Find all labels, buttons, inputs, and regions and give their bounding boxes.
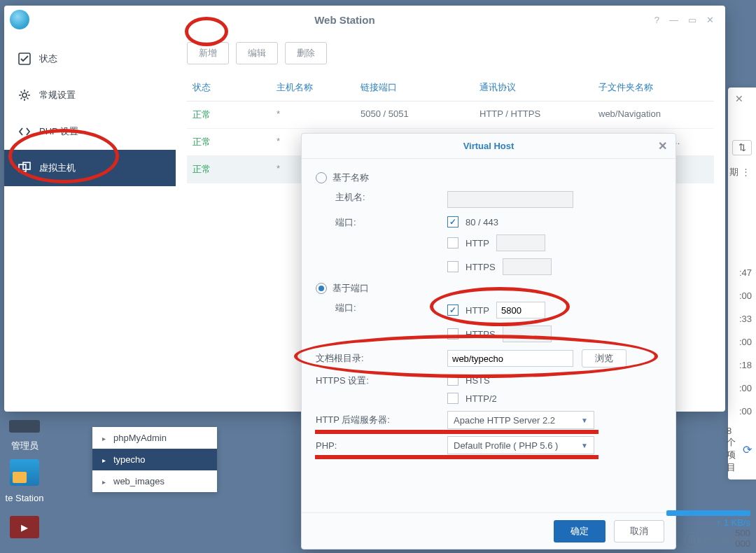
checkbox-default-ports[interactable]: [447, 216, 458, 227]
label: 基于端口: [332, 282, 369, 295]
sidebar: 状态 常规设置 PHP 设置 虚拟主机: [4, 34, 176, 412]
delete-button[interactable]: 删除: [285, 42, 327, 64]
sidebar-item-label: 状态: [39, 52, 57, 65]
php-label: PHP:: [316, 440, 447, 451]
http-port-input[interactable]: [496, 302, 545, 318]
desktop-icons: 管理员 te Station ▶: [0, 420, 49, 545]
titlebar: Web Station ? — ▭ ✕: [4, 6, 725, 34]
port-label: 端口:: [335, 216, 447, 229]
toolbar: 新增 编辑 删除: [187, 42, 714, 64]
sidebar-item-general[interactable]: 常规设置: [4, 77, 176, 113]
docroot-input[interactable]: [447, 350, 573, 367]
folder-list: ▸phpMyAdmin ▸typecho ▸web_images: [92, 427, 217, 492]
code-icon: [18, 125, 31, 138]
refresh-icon[interactable]: ⟳: [743, 443, 752, 456]
folder-item[interactable]: ▸phpMyAdmin: [92, 427, 217, 449]
window-title: Web Station: [35, 14, 654, 26]
ok-button[interactable]: 确定: [554, 520, 606, 542]
cancel-button[interactable]: 取消: [614, 520, 664, 542]
sidebar-item-label: 常规设置: [39, 89, 76, 102]
maximize-icon[interactable]: ▭: [688, 15, 696, 25]
col-host[interactable]: 主机名称: [276, 81, 360, 94]
column-label: 期 ⋮: [729, 166, 750, 178]
svg-rect-2: [19, 164, 26, 172]
checkbox-https[interactable]: [447, 261, 458, 272]
https-port-input[interactable]: [503, 258, 552, 275]
svg-point-1: [22, 93, 27, 97]
col-folder[interactable]: 子文件夹名称: [598, 81, 708, 94]
php-select[interactable]: Default Profile ( PHP 5.6 )▼: [447, 436, 594, 454]
sidebar-item-vhost[interactable]: 虚拟主机: [4, 150, 176, 186]
https-port-input[interactable]: [503, 326, 552, 342]
dialog-title: Virtual Host ✕: [302, 134, 676, 159]
radio-name-based[interactable]: [316, 172, 327, 183]
virtual-host-dialog: Virtual Host ✕ 基于名称 主机名: 端口: 80 / 443 HT…: [301, 133, 676, 550]
status-icon: [18, 52, 31, 65]
annotation-underline: [315, 455, 598, 459]
checkbox-hsts[interactable]: [447, 374, 458, 386]
checkbox-http[interactable]: [447, 237, 458, 248]
col-port[interactable]: 链接端口: [360, 81, 479, 94]
note-station-icon[interactable]: te Station: [0, 459, 49, 503]
radio-port-based[interactable]: [316, 283, 327, 294]
add-button[interactable]: 新增: [187, 42, 229, 64]
label: 基于名称: [332, 172, 369, 184]
http-port-input[interactable]: [496, 234, 545, 251]
docroot-label: 文档根目录:: [316, 352, 447, 365]
chevron-down-icon: ▼: [581, 416, 588, 424]
browse-button[interactable]: 浏览: [582, 349, 626, 368]
dialog-footer: 确定 取消: [302, 512, 676, 549]
chevron-down-icon: ▼: [581, 442, 588, 449]
sidebar-item-status[interactable]: 状态: [4, 41, 176, 77]
help-icon[interactable]: ?: [654, 15, 659, 25]
items-count: 8 个项目: [727, 426, 736, 474]
video-icon[interactable]: ▶: [0, 516, 49, 538]
hostname-label: 主机名:: [335, 191, 447, 204]
https-settings-label: HTTPS 设置:: [316, 374, 447, 387]
port-label: 端口:: [335, 302, 447, 314]
checkbox-http-port[interactable]: [447, 304, 458, 316]
svg-rect-3: [23, 162, 30, 169]
edit-button[interactable]: 编辑: [236, 42, 278, 64]
minimize-icon[interactable]: —: [669, 15, 678, 25]
backend-label: HTTP 后端服务器:: [316, 414, 447, 426]
toolbar-button[interactable]: ⇅: [732, 140, 752, 155]
sidebar-item-php[interactable]: PHP 设置: [4, 113, 176, 150]
sidebar-item-label: PHP 设置: [39, 125, 78, 138]
col-status[interactable]: 状态: [192, 81, 276, 94]
vhost-icon: [18, 162, 31, 174]
checkbox-http2[interactable]: [447, 393, 458, 404]
backend-select[interactable]: Apache HTTP Server 2.2▼: [447, 411, 594, 429]
close-icon[interactable]: ✕: [706, 15, 714, 25]
sidebar-item-label: 虚拟主机: [39, 162, 76, 174]
hostname-input[interactable]: [447, 191, 573, 208]
close-icon[interactable]: ✕: [735, 93, 743, 104]
folder-item[interactable]: ▸web_images: [92, 470, 217, 492]
gear-icon: [18, 89, 31, 102]
app-icon: [10, 10, 29, 29]
close-icon[interactable]: ✕: [658, 139, 667, 153]
table-header: 状态 主机名称 链接端口 通讯协议 子文件夹名称: [187, 74, 714, 102]
col-proto[interactable]: 通讯协议: [479, 81, 598, 94]
time-list: :47:00:33:00:18:00:00: [739, 262, 752, 424]
admin-icon[interactable]: 管理员: [0, 420, 49, 452]
annotation-underline: [315, 430, 598, 434]
table-row[interactable]: 正常 * 5050 / 5051 HTTP / HTTPS web/Naviga…: [187, 102, 714, 129]
background-window: ✕ ⇅ 期 ⋮ :47:00:33:00:18:00:00 8 个项目 ⟳: [728, 88, 756, 479]
folder-item[interactable]: ▸typecho: [92, 449, 217, 470]
watermark: 值 什么值得买: [684, 532, 749, 547]
checkbox-https-port[interactable]: [447, 328, 458, 340]
